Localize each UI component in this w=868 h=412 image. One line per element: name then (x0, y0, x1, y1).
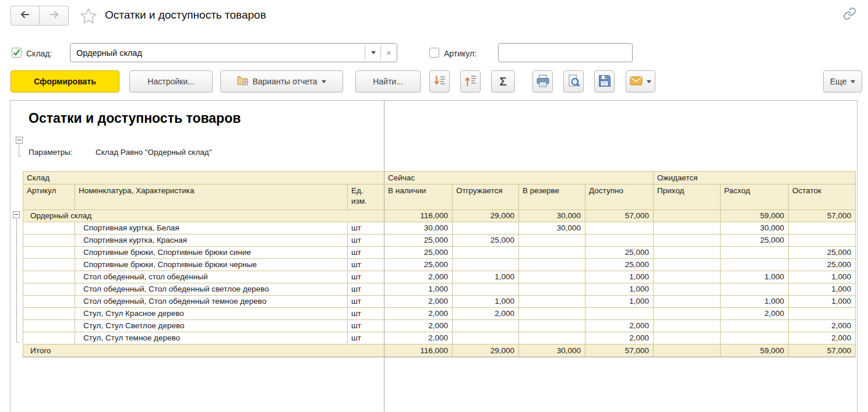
value-cell[interactable] (654, 247, 721, 259)
value-cell[interactable]: 2,000 (453, 308, 519, 320)
print-preview-button[interactable] (563, 70, 584, 93)
value-cell[interactable]: 25,000 (585, 247, 654, 259)
value-cell[interactable] (453, 283, 519, 296)
value-cell[interactable] (654, 271, 721, 283)
value-cell[interactable] (453, 247, 519, 259)
total-label-cell[interactable]: Итого (23, 344, 384, 357)
article-checkbox[interactable] (429, 48, 439, 58)
value-cell[interactable] (654, 235, 721, 247)
value-cell[interactable]: 2,000 (789, 320, 856, 332)
value-cell[interactable] (519, 296, 585, 308)
total-value-cell[interactable]: 57,000 (789, 344, 856, 357)
value-cell[interactable] (453, 259, 519, 271)
value-cell[interactable]: 2,000 (384, 308, 453, 320)
nomenclature-cell[interactable]: Спортивная куртка, Красная (75, 235, 348, 247)
value-cell[interactable] (585, 308, 654, 320)
value-cell[interactable]: 25,000 (585, 259, 654, 271)
back-button[interactable] (10, 6, 40, 26)
unit-cell[interactable]: шт (348, 320, 384, 332)
value-cell[interactable] (519, 271, 585, 283)
send-email-button[interactable] (626, 70, 655, 93)
report-variants-button[interactable]: Варианты отчета (220, 70, 343, 93)
value-cell[interactable] (519, 283, 585, 296)
table-row[interactable]: Стол обеденный, Стол обеденный светлое д… (23, 283, 856, 296)
value-cell[interactable] (721, 332, 789, 344)
unit-cell[interactable]: шт (348, 332, 384, 344)
value-cell[interactable]: 1,000 (789, 283, 856, 296)
nomenclature-cell[interactable]: Стол обеденный, Стол обеденный светлое д… (75, 283, 348, 296)
article-input[interactable] (498, 43, 633, 62)
group-label-cell[interactable]: Ордерный склад (23, 210, 384, 222)
nomenclature-cell[interactable]: Спортивные брюки, Спортивные брюки синие (75, 247, 348, 259)
group-value-cell[interactable]: 57,000 (585, 210, 654, 222)
favorite-star-icon[interactable] (80, 8, 97, 27)
value-cell[interactable]: 2,000 (585, 332, 654, 344)
article-cell[interactable] (23, 308, 75, 320)
value-cell[interactable] (654, 296, 721, 308)
total-value-cell[interactable]: 59,000 (721, 344, 789, 357)
value-cell[interactable] (654, 320, 721, 332)
expand-groups-button[interactable] (460, 70, 481, 93)
total-value-cell[interactable]: 57,000 (585, 344, 654, 357)
group-value-cell[interactable]: 30,000 (519, 210, 585, 222)
value-cell[interactable] (453, 332, 519, 344)
nomenclature-cell[interactable]: Спортивная куртка, Белая (75, 222, 348, 235)
value-cell[interactable]: 1,000 (721, 271, 789, 283)
unit-cell[interactable]: шт (348, 247, 384, 259)
value-cell[interactable]: 25,000 (789, 259, 856, 271)
value-cell[interactable] (453, 222, 519, 235)
value-cell[interactable]: 25,000 (789, 247, 856, 259)
group-value-cell[interactable]: 57,000 (789, 210, 856, 222)
forward-button[interactable] (40, 6, 69, 26)
total-value-cell[interactable]: 116,000 (384, 344, 453, 357)
link-icon[interactable] (843, 7, 856, 23)
nomenclature-cell[interactable]: Стол обеденный, Стол обеденный темное де… (75, 296, 348, 308)
table-row[interactable]: Стул, Стул темное деревошт2,0002,0002,00… (23, 332, 856, 344)
value-cell[interactable]: 2,000 (384, 332, 453, 344)
article-cell[interactable] (23, 247, 75, 259)
value-cell[interactable]: 25,000 (384, 259, 453, 271)
value-cell[interactable] (519, 332, 585, 344)
settings-button[interactable]: Настройки... (129, 70, 213, 93)
group-value-cell[interactable]: 59,000 (721, 210, 789, 222)
unit-cell[interactable]: шт (348, 235, 384, 247)
print-button[interactable] (532, 70, 553, 93)
value-cell[interactable] (721, 259, 789, 271)
value-cell[interactable] (519, 308, 585, 320)
table-row[interactable]: Спортивные брюки, Спортивные брюки черны… (23, 259, 856, 271)
value-cell[interactable]: 2,000 (789, 332, 856, 344)
table-row[interactable]: Спортивная куртка, Краснаяшт25,00025,000… (23, 235, 856, 247)
value-cell[interactable] (519, 320, 585, 332)
value-cell[interactable] (721, 320, 789, 332)
more-button[interactable]: Еще (823, 70, 862, 93)
nomenclature-cell[interactable]: Стул, Стул Светлое дерево (75, 320, 348, 332)
value-cell[interactable]: 2,000 (585, 320, 654, 332)
value-cell[interactable]: 2,000 (721, 308, 789, 320)
article-cell[interactable] (23, 235, 75, 247)
value-cell[interactable]: 1,000 (789, 271, 856, 283)
value-cell[interactable] (519, 235, 585, 247)
value-cell[interactable] (654, 259, 721, 271)
group-value-cell[interactable] (654, 210, 721, 222)
group-row[interactable]: Ордерный склад116,00029,00030,00057,0005… (23, 210, 856, 222)
collapse-groups-button[interactable] (429, 70, 450, 93)
value-cell[interactable]: 1,000 (585, 296, 654, 308)
value-cell[interactable]: 1,000 (585, 271, 654, 283)
value-cell[interactable]: 25,000 (453, 235, 519, 247)
article-cell[interactable] (23, 332, 75, 344)
value-cell[interactable]: 30,000 (519, 222, 585, 235)
generate-button[interactable]: Сформировать (10, 70, 119, 93)
article-cell[interactable] (23, 271, 75, 283)
value-cell[interactable]: 1,000 (585, 283, 654, 296)
table-row[interactable]: Стол обеденный, стол обеденныйшт2,0001,0… (23, 271, 856, 283)
value-cell[interactable] (721, 247, 789, 259)
value-cell[interactable] (654, 332, 721, 344)
group-collapse-toggle[interactable] (13, 211, 20, 218)
totals-button[interactable]: Σ (491, 70, 515, 93)
total-value-cell[interactable] (654, 344, 721, 357)
nomenclature-cell[interactable]: Спортивные брюки, Спортивные брюки черны… (75, 259, 348, 271)
value-cell[interactable] (654, 283, 721, 296)
table-row[interactable]: Стул, Стул Красное деревошт2,0002,0002,0… (23, 308, 856, 320)
warehouse-checkbox[interactable] (12, 48, 22, 58)
find-button[interactable]: Найти... (355, 70, 421, 93)
